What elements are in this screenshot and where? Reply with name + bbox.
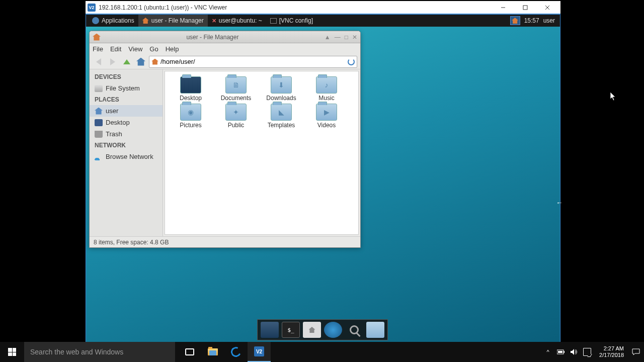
vnc-icon: V2 xyxy=(254,346,264,356)
task-view-icon xyxy=(185,348,194,355)
home-icon xyxy=(512,18,518,24)
close-button[interactable] xyxy=(536,2,558,14)
taskbar-apps: V2 xyxy=(178,342,271,362)
task-view-button[interactable] xyxy=(178,342,201,362)
folder-music[interactable]: ♪Music xyxy=(306,76,347,102)
tray-volume-icon[interactable] xyxy=(570,348,578,356)
back-button[interactable] xyxy=(93,56,105,68)
home-icon xyxy=(142,18,149,24)
home-button[interactable] xyxy=(135,56,147,68)
folder-icon: ▶ xyxy=(316,104,337,121)
xfce-logo-icon xyxy=(92,17,99,24)
fm-keep-above-button[interactable]: ▲ xyxy=(325,34,331,41)
folder-label: Desktop xyxy=(180,95,202,102)
svg-rect-1 xyxy=(523,6,527,10)
folder-desktop[interactable]: Desktop xyxy=(170,76,211,102)
dock-web-browser[interactable] xyxy=(324,322,342,338)
dock-folder[interactable] xyxy=(366,322,384,338)
tray-chevron-up[interactable]: ^ xyxy=(544,348,552,356)
panel-username[interactable]: user xyxy=(543,17,555,24)
fm-close-button[interactable]: ✕ xyxy=(352,34,357,41)
maximize-button[interactable] xyxy=(514,2,536,14)
taskbar-file-explorer[interactable] xyxy=(201,342,224,362)
minimize-button[interactable] xyxy=(492,2,514,14)
folder-public[interactable]: ✦Public xyxy=(215,104,257,129)
vnc-titlebar[interactable]: V2 192.168.1.200:1 (ubuntu:1 (user)) - V… xyxy=(86,1,560,14)
tray-battery-icon[interactable] xyxy=(557,348,565,356)
sidebar-item-desktop[interactable]: Desktop xyxy=(90,117,163,128)
fm-body: DEVICES File System PLACES user Desktop … xyxy=(90,69,360,236)
folder-icon xyxy=(180,76,201,94)
panel-clock[interactable]: 15:57 xyxy=(524,17,539,24)
desktop-icon xyxy=(95,119,103,126)
fm-maximize-button[interactable]: □ xyxy=(345,34,348,41)
menu-file[interactable]: File xyxy=(93,45,103,53)
panel-right-section: 15:57 user xyxy=(510,16,558,25)
path-text: /home/user/ xyxy=(160,58,195,65)
up-button[interactable] xyxy=(121,56,133,68)
vnc-window-title: 192.168.1.200:1 (ubuntu:1 (user)) - VNC … xyxy=(99,4,492,11)
taskbar-vnc-viewer[interactable]: V2 xyxy=(248,342,271,362)
vnc-app-icon: V2 xyxy=(88,4,96,12)
dock-file-manager[interactable] xyxy=(303,322,321,338)
taskbar-item-vncconfig[interactable]: [VNC config] xyxy=(266,15,317,27)
home-icon xyxy=(309,327,315,333)
arrow-up-icon xyxy=(123,59,130,64)
sidebar-item-trash[interactable]: Trash xyxy=(90,128,163,140)
fm-toolbar: /home/user/ xyxy=(90,54,360,69)
taskbar-item-terminal[interactable]: ✕ user@ubuntu: ~ xyxy=(208,15,266,27)
start-button[interactable] xyxy=(0,342,24,362)
folder-downloads[interactable]: ⬇Downloads xyxy=(261,76,302,102)
fm-menubar: File Edit View Go Help xyxy=(90,43,360,54)
folder-documents[interactable]: 🗎Documents xyxy=(215,76,257,102)
folder-label: Templates xyxy=(268,122,295,129)
system-tray: ^ 2:27 AM 2/17/2018 xyxy=(540,345,644,358)
trash-icon xyxy=(95,131,103,138)
home-icon xyxy=(95,108,103,115)
vnc-viewer-window: V2 192.168.1.200:1 (ubuntu:1 (user)) - V… xyxy=(86,1,560,343)
svg-rect-6 xyxy=(558,351,562,353)
sidebar-item-label: File System xyxy=(106,84,140,92)
fm-content-pane[interactable]: Desktop 🗎Documents ⬇Downloads ♪Music ◉Pi… xyxy=(165,71,359,235)
folder-label: Videos xyxy=(317,122,336,129)
window-icon xyxy=(270,18,277,24)
taskbar-item-filemanager[interactable]: user - File Manager xyxy=(138,15,208,27)
remote-desktop[interactable]: Applications user - File Manager ✕ user@… xyxy=(86,14,560,343)
arrow-left-icon xyxy=(96,58,101,65)
terminal-icon: ✕ xyxy=(212,18,216,24)
folder-templates[interactable]: ◣Templates xyxy=(261,104,302,129)
menu-help[interactable]: Help xyxy=(166,45,179,53)
dock-app-finder[interactable] xyxy=(345,322,363,338)
search-placeholder: Search the web and Windows xyxy=(30,348,123,356)
sidebar-item-filesystem[interactable]: File System xyxy=(90,82,163,94)
tray-notifications-icon[interactable] xyxy=(583,348,591,356)
applications-menu[interactable]: Applications xyxy=(88,15,138,27)
folder-icon: ◣ xyxy=(271,104,292,121)
menu-view[interactable]: View xyxy=(128,45,142,53)
menu-go[interactable]: Go xyxy=(149,45,158,53)
file-explorer-icon xyxy=(208,348,218,355)
location-bar[interactable]: /home/user/ xyxy=(149,56,357,68)
taskbar-search-box[interactable]: Search the web and Windows xyxy=(24,342,175,362)
sidebar-item-user[interactable]: user xyxy=(90,105,163,117)
sidebar-item-browse-network[interactable]: Browse Network xyxy=(90,151,163,162)
fm-statusbar: 8 items, Free space: 4.8 GB xyxy=(90,236,360,247)
vnc-window-controls xyxy=(492,2,558,14)
taskbar-item-label: user - File Manager xyxy=(151,17,204,24)
xfce-top-panel: Applications user - File Manager ✕ user@… xyxy=(86,15,560,27)
refresh-icon[interactable] xyxy=(348,58,355,65)
forward-button[interactable] xyxy=(107,56,119,68)
tray-action-center-icon[interactable] xyxy=(632,348,640,356)
tray-clock[interactable]: 2:27 AM 2/17/2018 xyxy=(596,345,627,358)
show-desktop-button[interactable] xyxy=(510,16,520,25)
fm-titlebar[interactable]: user - File Manager ▲ — □ ✕ xyxy=(90,31,360,43)
dock-terminal[interactable]: $_ xyxy=(282,322,300,338)
dock-show-desktop[interactable] xyxy=(261,322,279,338)
fm-minimize-button[interactable]: — xyxy=(335,34,341,41)
menu-edit[interactable]: Edit xyxy=(110,45,121,53)
resize-cursor-icon: ← xyxy=(556,199,563,207)
tray-date-text: 2/17/2018 xyxy=(599,352,624,358)
folder-videos[interactable]: ▶Videos xyxy=(306,104,347,129)
taskbar-edge[interactable] xyxy=(224,342,248,362)
folder-pictures[interactable]: ◉Pictures xyxy=(170,104,211,129)
